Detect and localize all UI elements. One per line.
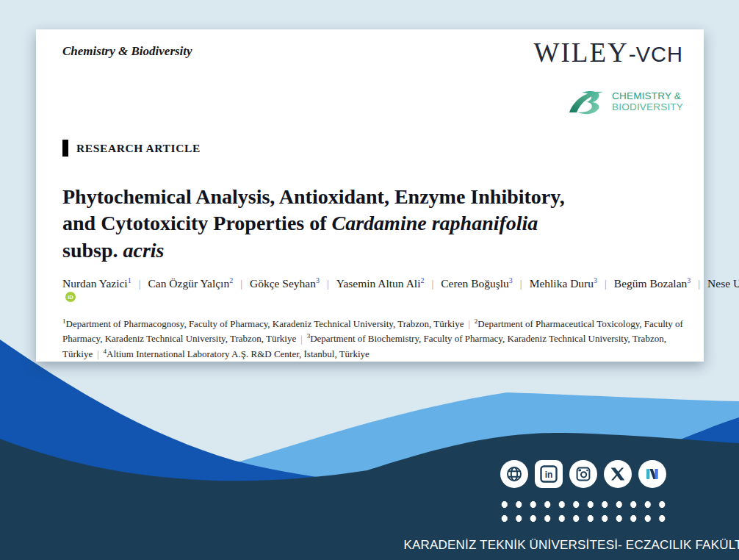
affiliation-separator: | — [93, 349, 103, 359]
affiliation-separator: | — [464, 319, 474, 329]
social-icons-row: in — [500, 460, 666, 488]
affiliation-separator: | — [296, 334, 306, 345]
author: Yasemin Altun Ali2 — [336, 277, 425, 290]
author: Begüm Bozalan3 — [614, 277, 691, 290]
title-line-1: Phytochemical Analysis, Antioxidant, Enz… — [62, 184, 665, 210]
subspecies-name: acris — [123, 239, 165, 262]
journal-logo-wordmark: CHEMISTRY & BIODIVERSITY — [612, 91, 683, 112]
linkedin-link[interactable]: in — [535, 460, 563, 488]
section-label-text: RESEARCH ARTICLE — [76, 142, 201, 155]
article-first-page: Chemistry & Biodiversity WILEY-VCH CHEMI… — [36, 29, 704, 362]
author-separator: | — [233, 279, 250, 290]
author: Nese Ular Çağatay4 — [707, 277, 739, 290]
orcid-icon[interactable]: iD — [65, 292, 76, 302]
globe-icon — [505, 465, 523, 483]
svg-text:in: in — [545, 470, 553, 480]
instagram-icon — [574, 465, 592, 483]
dots-pattern — [497, 498, 669, 525]
article-title: Phytochemical Analysis, Antioxidant, Enz… — [62, 184, 665, 264]
author-separator: | — [424, 279, 441, 290]
x-twitter-link[interactable] — [604, 460, 632, 488]
nsosyal-link[interactable] — [638, 460, 666, 488]
author-separator: | — [131, 279, 148, 290]
author-separator: | — [597, 279, 614, 290]
author-separator: | — [513, 279, 530, 290]
journal-name: Chemistry & Biodiversity — [62, 44, 192, 59]
author: Ceren Boğuşlu3 — [441, 277, 513, 290]
section-label-bar — [62, 140, 68, 157]
author: Gökçe Seyhan3 — [250, 277, 320, 290]
instagram-link[interactable] — [569, 460, 597, 488]
title-line-2: and Cytotoxicity Properties of Cardamine… — [62, 210, 665, 237]
footer-social-block: in — [429, 460, 738, 553]
linkedin-icon: in — [539, 464, 558, 484]
wiley-logo-text: WILEY — [534, 37, 629, 68]
author-list: Nurdan Yazici1|Can Özgür Yalçın2|Gökçe S… — [62, 275, 688, 312]
university-name: KARADENİZ TEKNİK ÜNİVERSİTESİ- ECZACILIK… — [403, 538, 739, 553]
affiliation: Department of Pharmacognosy, Faculty of … — [66, 318, 464, 329]
affiliations: 1Department of Pharmacognosy, Faculty of… — [62, 317, 687, 362]
author: Nurdan Yazici1 — [62, 277, 131, 290]
x-twitter-icon — [610, 466, 626, 482]
nsosyal-n-icon — [644, 465, 661, 483]
section-label: RESEARCH ARTICLE — [62, 140, 201, 157]
author: Can Özgür Yalçın2 — [148, 277, 234, 290]
author: Mehlika Duru3 — [530, 277, 597, 290]
wiley-vch-logo: WILEY-VCH — [534, 37, 683, 68]
author-separator: | — [320, 279, 336, 290]
vch-logo-text: VCH — [636, 43, 683, 66]
chemistry-biodiversity-logo: CHEMISTRY & BIODIVERSITY — [569, 88, 683, 116]
svg-text:iD: iD — [68, 294, 73, 301]
journal-logo-line1: CHEMISTRY & — [612, 91, 683, 102]
title-line-3: subsp. acris — [62, 237, 665, 264]
wiley-logo-dash: - — [629, 42, 636, 66]
species-name: Cardamine raphanifolia — [332, 212, 538, 234]
website-link[interactable] — [500, 460, 528, 488]
journal-swoosh-b-icon — [569, 88, 607, 116]
author-separator: | — [691, 279, 707, 290]
journal-logo-line2: BIODIVERSITY — [612, 102, 683, 113]
affiliation: Altium International Laboratory A.Ş. R&D… — [107, 348, 370, 359]
